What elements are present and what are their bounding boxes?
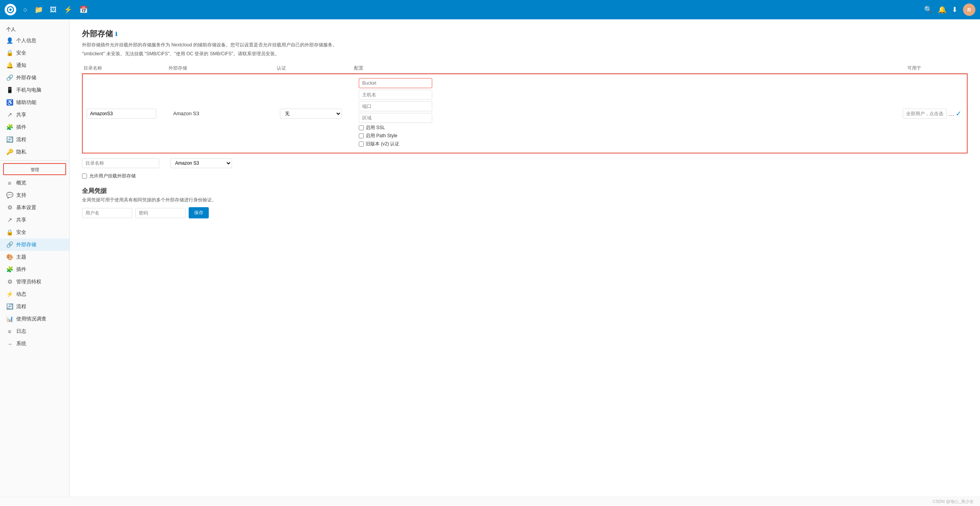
- usage-icon: 📊: [6, 315, 13, 322]
- sidebar-item-external-admin[interactable]: 🔗 外部存储: [0, 239, 69, 251]
- sidebar-item-label: 管理员特权: [16, 278, 41, 285]
- region-input[interactable]: [359, 113, 432, 123]
- basic-icon: ⚙: [6, 204, 13, 211]
- nav-folder-icon[interactable]: 📁: [34, 5, 43, 14]
- enable-path-style-checkbox[interactable]: [359, 133, 364, 138]
- sidebar-item-mobile[interactable]: 📱 手机与电脑: [0, 84, 69, 96]
- sidebar-item-system[interactable]: → 系统: [0, 337, 69, 350]
- sidebar-item-plugins-personal[interactable]: 🧩 插件: [0, 121, 69, 133]
- col-ext-storage: 外部存储: [167, 65, 275, 72]
- footer: CSDN @地心_美少女: [0, 497, 980, 506]
- sidebar-item-label: 基本设置: [16, 204, 36, 211]
- available-confirm-button[interactable]: ✓: [956, 110, 961, 117]
- auth-cell: 无: [280, 109, 357, 119]
- external-icon: 🔗: [6, 74, 13, 81]
- app-logo[interactable]: [5, 4, 16, 15]
- sidebar-item-flow-admin[interactable]: 🔄 流程: [0, 300, 69, 313]
- credentials-row: 保存: [82, 207, 968, 218]
- topbar: ○ 📁 🖼 ⚡ 📅 🔍 🔔 ⬇ R: [0, 0, 980, 19]
- sidebar-item-privacy[interactable]: 🔑 隐私: [0, 146, 69, 158]
- sidebar-item-security-admin[interactable]: 🔒 安全: [0, 226, 69, 239]
- sidebar-item-share-personal[interactable]: ↗ 共享: [0, 109, 69, 121]
- system-icon: →: [6, 341, 13, 347]
- external-admin-icon: 🔗: [6, 241, 13, 248]
- sidebar-item-label: 插件: [16, 124, 26, 131]
- legacy-auth-checkbox[interactable]: [359, 141, 364, 147]
- sidebar-item-label: 支持: [16, 192, 26, 199]
- storage-type-select[interactable]: Amazon S3: [170, 158, 232, 168]
- sidebar-item-support[interactable]: 💬 支持: [0, 189, 69, 201]
- sidebar-item-log[interactable]: ≡ 日志: [0, 325, 69, 337]
- sidebar-item-accessibility[interactable]: ♿ 辅助功能: [0, 96, 69, 109]
- plugins-admin-icon: 🧩: [6, 266, 13, 273]
- search-icon[interactable]: 🔍: [924, 5, 932, 14]
- global-credentials-title: 全局凭据: [82, 187, 968, 195]
- info-icon[interactable]: ℹ: [115, 31, 117, 37]
- sidebar-item-basic[interactable]: ⚙ 基本设置: [0, 201, 69, 214]
- page-title: 外部存储 ℹ: [82, 29, 968, 39]
- sidebar-item-label: 安全: [16, 49, 26, 56]
- bucket-input[interactable]: [359, 78, 432, 88]
- activity-icon: ⚡: [6, 291, 13, 298]
- sidebar-item-label: 流程: [16, 303, 26, 310]
- allow-users-row: 允许用户挂载外部存储: [82, 173, 968, 179]
- sidebar-item-profile[interactable]: 👤 个人信息: [0, 34, 69, 47]
- sidebar-item-external[interactable]: 🔗 外部存储: [0, 72, 69, 84]
- ext-storage-cell: Amazon S3: [172, 111, 280, 116]
- hostname-input[interactable]: [359, 90, 432, 100]
- sidebar: 个人 👤 个人信息 🔒 安全 🔔 通知 🔗 外部存储 📱 手机与电脑 ♿ 辅助功…: [0, 19, 70, 497]
- security-icon: 🔒: [6, 49, 13, 56]
- sidebar-item-label: 外部存储: [16, 241, 36, 248]
- legacy-auth-checkbox-label[interactable]: 旧版本 (v2) 认证: [359, 141, 900, 147]
- topbar-right: 🔍 🔔 ⬇ R: [924, 3, 975, 16]
- nav-image-icon[interactable]: 🖼: [50, 6, 57, 14]
- notify-icon: 🔔: [6, 62, 13, 69]
- nav-calendar-icon[interactable]: 📅: [79, 5, 88, 14]
- overview-icon: ≡: [6, 180, 13, 186]
- sidebar-item-usage[interactable]: 📊 使用情况调查: [0, 313, 69, 325]
- sidebar-item-label: 隐私: [16, 148, 26, 155]
- dir-name-input[interactable]: [87, 109, 156, 119]
- sidebar-item-security[interactable]: 🔒 安全: [0, 47, 69, 59]
- sidebar-item-label: 使用情况调查: [16, 315, 46, 322]
- username-input[interactable]: [82, 208, 132, 218]
- storage-row-area: Amazon S3 无 启用 SSL: [82, 73, 968, 153]
- sidebar-item-plugins-admin[interactable]: 🧩 插件: [0, 263, 69, 276]
- nav-circle-icon[interactable]: ○: [23, 6, 27, 14]
- sidebar-item-label: 动态: [16, 291, 26, 298]
- allow-users-label: 允许用户挂载外部存储: [89, 173, 136, 179]
- sidebar-item-admin-priv[interactable]: ⚙ 管理员特权: [0, 276, 69, 288]
- sidebar-item-activity[interactable]: ⚡ 动态: [0, 288, 69, 300]
- password-input[interactable]: [135, 208, 186, 218]
- save-button[interactable]: 保存: [189, 207, 209, 218]
- sidebar-item-theme[interactable]: 🎨 主题: [0, 251, 69, 263]
- enable-path-style-checkbox-label[interactable]: 启用 Path Style: [359, 133, 900, 139]
- auth-select[interactable]: 无: [280, 109, 342, 119]
- accessibility-icon: ♿: [6, 99, 13, 106]
- notifications-icon[interactable]: 🔔: [938, 5, 946, 14]
- avatar[interactable]: R: [963, 3, 975, 16]
- svg-point-1: [9, 9, 12, 11]
- sidebar-item-overview[interactable]: ≡ 概览: [0, 177, 69, 189]
- new-dir-name-input[interactable]: [82, 158, 159, 168]
- sidebar-item-notify[interactable]: 🔔 通知: [0, 59, 69, 72]
- available-input[interactable]: [903, 109, 947, 119]
- enable-ssl-checkbox-label[interactable]: 启用 SSL: [359, 124, 900, 131]
- sidebar-item-label: 共享: [16, 111, 26, 118]
- enable-ssl-checkbox[interactable]: [359, 125, 364, 130]
- port-input[interactable]: [359, 101, 432, 111]
- nav-activity-icon[interactable]: ⚡: [64, 5, 72, 14]
- layout: 个人 👤 个人信息 🔒 安全 🔔 通知 🔗 外部存储 📱 手机与电脑 ♿ 辅助功…: [0, 19, 980, 497]
- available-col: ... ✓: [901, 109, 963, 119]
- sidebar-item-share-admin[interactable]: ↗ 共享: [0, 214, 69, 226]
- sidebar-item-label: 通知: [16, 62, 26, 69]
- col-auth: 认证: [275, 65, 353, 72]
- col-dir-name: 目录名称: [82, 65, 167, 72]
- personal-section-label: 个人: [0, 22, 69, 34]
- sidebar-item-label: 辅助功能: [16, 99, 36, 106]
- download-icon[interactable]: ⬇: [952, 5, 958, 14]
- allow-users-checkbox[interactable]: [82, 174, 87, 179]
- available-more-button[interactable]: ...: [948, 110, 954, 117]
- plugins-icon: 🧩: [6, 124, 13, 131]
- sidebar-item-flow-personal[interactable]: 🔄 流程: [0, 133, 69, 146]
